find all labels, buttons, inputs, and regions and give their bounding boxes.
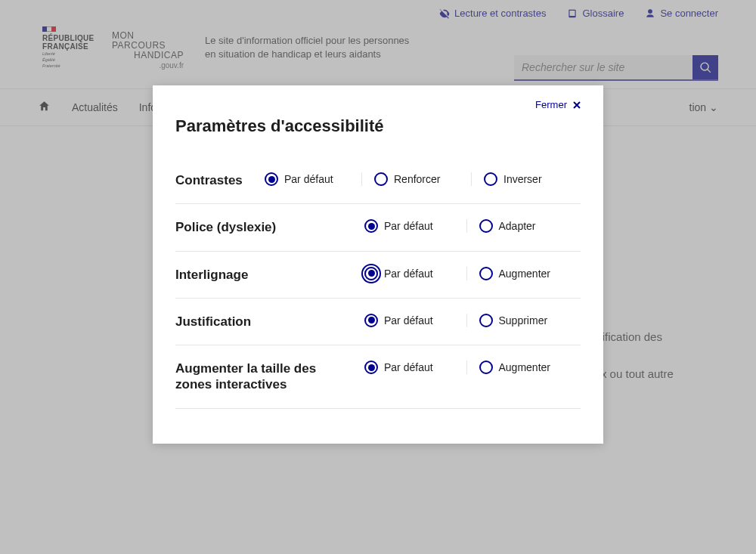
setting-spacing-label: Interlignage	[175, 267, 364, 283]
justify-option-default[interactable]: Par défaut	[364, 314, 466, 327]
radio-icon	[479, 314, 493, 327]
contrast-option-reinforce[interactable]: Renforcer	[361, 172, 471, 186]
option-label: Inverser	[503, 173, 542, 185]
option-label: Par défaut	[384, 361, 433, 373]
justify-option-remove[interactable]: Supprimer	[466, 314, 581, 327]
zones-option-increase[interactable]: Augmenter	[466, 361, 581, 374]
option-label: Par défaut	[284, 173, 333, 185]
setting-spacing: Interlignage Par défaut Augmenter	[175, 252, 581, 299]
radio-icon	[364, 219, 378, 233]
radio-icon	[479, 361, 493, 374]
radio-icon	[479, 267, 493, 280]
font-option-default[interactable]: Par défaut	[364, 219, 466, 233]
option-label: Augmenter	[499, 268, 550, 280]
option-label: Par défaut	[384, 220, 433, 232]
spacing-option-increase[interactable]: Augmenter	[466, 267, 581, 280]
setting-font-label: Police (dyslexie)	[175, 219, 364, 235]
setting-contrast-label: Contrastes	[175, 172, 265, 188]
setting-justify-label: Justification	[175, 314, 364, 330]
close-button[interactable]: Fermer	[175, 99, 581, 110]
option-label: Augmenter	[499, 361, 550, 373]
setting-zones: Augmenter la taille des zones interactiv…	[175, 345, 581, 409]
setting-contrast: Contrastes Par défaut Renforcer Inverser	[175, 157, 581, 204]
modal-title: Paramètres d'accessibilité	[175, 116, 581, 136]
setting-justify: Justification Par défaut Supprimer	[175, 299, 581, 345]
radio-icon	[364, 314, 378, 327]
modal-overlay[interactable]: Fermer Paramètres d'accessibilité Contra…	[0, 0, 756, 554]
radio-icon	[479, 219, 493, 233]
contrast-option-default[interactable]: Par défaut	[265, 172, 361, 186]
radio-icon	[484, 172, 497, 186]
font-option-adapt[interactable]: Adapter	[466, 219, 581, 233]
radio-icon	[364, 361, 378, 374]
spacing-option-default[interactable]: Par défaut	[364, 267, 466, 280]
option-label: Adapter	[499, 220, 536, 232]
option-label: Renforcer	[394, 173, 440, 185]
radio-icon	[364, 267, 378, 280]
setting-zones-label: Augmenter la taille des zones interactiv…	[175, 361, 364, 393]
contrast-option-invert[interactable]: Inverser	[471, 172, 581, 186]
setting-font: Police (dyslexie) Par défaut Adapter	[175, 204, 581, 251]
radio-icon	[374, 172, 388, 186]
option-label: Par défaut	[384, 314, 433, 327]
zones-option-default[interactable]: Par défaut	[364, 361, 466, 374]
option-label: Par défaut	[384, 268, 433, 280]
radio-icon	[265, 172, 278, 186]
close-icon	[573, 101, 581, 109]
close-label: Fermer	[535, 99, 567, 110]
option-label: Supprimer	[499, 314, 548, 327]
accessibility-settings-modal: Fermer Paramètres d'accessibilité Contra…	[153, 85, 603, 444]
